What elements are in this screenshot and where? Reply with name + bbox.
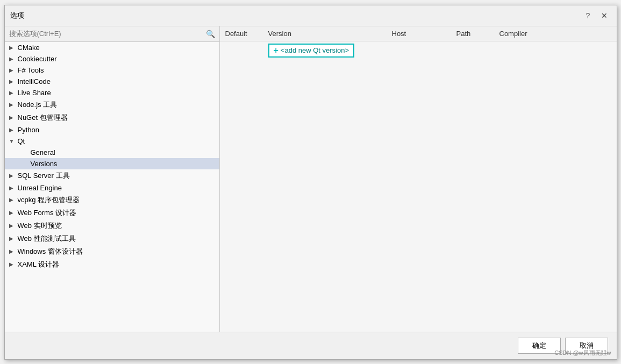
search-input[interactable] bbox=[9, 30, 206, 38]
tree-item-label: Unreal Engine bbox=[18, 184, 215, 192]
tree-item-label: Python bbox=[18, 126, 215, 134]
add-new-version-cell: + <add new Qt version> bbox=[263, 44, 387, 58]
tree-item-label: vcpkg 程序包管理器 bbox=[18, 195, 215, 205]
tree-item-label: NuGet 包管理器 bbox=[18, 113, 215, 123]
tree-item-label: Web 实时预览 bbox=[18, 221, 215, 231]
tree-item-label: IntelliCode bbox=[18, 77, 215, 85]
tree-item-nuget[interactable]: ▶NuGet 包管理器 bbox=[5, 111, 219, 124]
tree-container[interactable]: ▶CMake▶Cookiecutter▶F# Tools▶IntelliCode… bbox=[5, 42, 219, 332]
arrow-icon: ▶ bbox=[9, 173, 18, 179]
tree-item-vcpkg[interactable]: ▶vcpkg 程序包管理器 bbox=[5, 194, 219, 206]
tree-item-web-forms[interactable]: ▶Web Forms 设计器 bbox=[5, 206, 219, 219]
add-new-label: <add new Qt version> bbox=[281, 46, 349, 54]
right-panel: Default Version Host Path Compiler + <ad… bbox=[220, 26, 617, 332]
tree-item-label: Live Share bbox=[18, 89, 215, 97]
arrow-icon: ▶ bbox=[9, 45, 18, 51]
arrow-icon: ▶ bbox=[9, 90, 18, 96]
tree-item-unreal-engine[interactable]: ▶Unreal Engine bbox=[5, 182, 219, 194]
options-dialog: 选项 ? ✕ 🔍 ▶CMake▶Cookiecutter▶F# Tools▶In… bbox=[4, 5, 617, 360]
tree-item-label: Windows 窗体设计器 bbox=[18, 247, 215, 256]
dialog-title: 选项 bbox=[10, 11, 24, 20]
arrow-icon: ▶ bbox=[9, 210, 18, 216]
tree-item-cmake[interactable]: ▶CMake bbox=[5, 42, 219, 53]
tree-item-label: SQL Server 工具 bbox=[18, 171, 215, 181]
arrow-icon: ▶ bbox=[9, 102, 18, 108]
tree-item-nodejs-tools[interactable]: ▶Node.js 工具 bbox=[5, 98, 219, 111]
arrow-icon: ▶ bbox=[9, 261, 18, 267]
title-bar: 选项 ? ✕ bbox=[5, 5, 617, 26]
tree-item-label: F# Tools bbox=[18, 66, 215, 74]
col-header-version: Version bbox=[263, 30, 387, 38]
arrow-icon bbox=[22, 149, 31, 155]
tree-item-label: Node.js 工具 bbox=[18, 100, 215, 110]
tree-item-label: General bbox=[31, 148, 215, 156]
tree-item-web-testing[interactable]: ▶Web 性能测试工具 bbox=[5, 232, 219, 245]
arrow-icon: ▶ bbox=[9, 197, 18, 203]
col-header-compiler: Compiler bbox=[494, 30, 617, 38]
tree-item-sql-server[interactable]: ▶SQL Server 工具 bbox=[5, 169, 219, 182]
search-box: 🔍 bbox=[5, 26, 219, 42]
tree-item-label: Cookiecutter bbox=[18, 55, 215, 63]
help-button[interactable]: ? bbox=[581, 9, 595, 23]
arrow-icon: ▶ bbox=[9, 78, 18, 84]
tree-item-label: Web 性能测试工具 bbox=[18, 234, 215, 244]
tree-item-intellicode[interactable]: ▶IntelliCode bbox=[5, 76, 219, 87]
tree-item-label: Qt bbox=[18, 137, 215, 145]
tree-item-qt[interactable]: ▼Qt bbox=[5, 135, 219, 147]
col-header-path: Path bbox=[451, 30, 494, 38]
footer: 确定 取消 CSDN @w风雨无阻w bbox=[5, 332, 617, 359]
add-new-row: + <add new Qt version> bbox=[220, 41, 617, 60]
tree-item-label: Web Forms 设计器 bbox=[18, 208, 215, 218]
arrow-icon: ▶ bbox=[9, 67, 18, 73]
title-bar-controls: ? ✕ bbox=[581, 9, 611, 23]
tree-item-windows-designer[interactable]: ▶Windows 窗体设计器 bbox=[5, 245, 219, 258]
tree-item-label: CMake bbox=[18, 44, 215, 52]
plus-icon: + bbox=[274, 46, 279, 55]
tree-item-xaml-designer[interactable]: ▶XAML 设计器 bbox=[5, 258, 219, 271]
watermark: CSDN @w风雨无阻w bbox=[554, 349, 611, 357]
tree-item-label: Versions bbox=[31, 160, 215, 168]
tree-item-web-preview[interactable]: ▶Web 实时预览 bbox=[5, 219, 219, 232]
tree-item-label: XAML 设计器 bbox=[18, 260, 215, 269]
arrow-icon: ▶ bbox=[9, 127, 18, 133]
col-header-default: Default bbox=[220, 30, 263, 38]
arrow-icon: ▶ bbox=[9, 248, 18, 254]
dialog-body: 🔍 ▶CMake▶Cookiecutter▶F# Tools▶IntelliCo… bbox=[5, 26, 617, 332]
add-new-qt-version-button[interactable]: + <add new Qt version> bbox=[268, 44, 355, 58]
left-panel: 🔍 ▶CMake▶Cookiecutter▶F# Tools▶IntelliCo… bbox=[5, 26, 220, 332]
arrow-icon: ▶ bbox=[9, 235, 18, 241]
search-icon: 🔍 bbox=[206, 30, 215, 38]
arrow-icon: ▶ bbox=[9, 56, 18, 62]
tree-item-live-share[interactable]: ▶Live Share bbox=[5, 87, 219, 98]
tree-item-python[interactable]: ▶Python bbox=[5, 124, 219, 135]
tree-item-qt-versions[interactable]: Versions bbox=[5, 158, 219, 169]
col-header-host: Host bbox=[387, 30, 451, 38]
arrow-icon: ▼ bbox=[9, 138, 18, 144]
arrow-icon: ▶ bbox=[9, 185, 18, 191]
arrow-icon: ▶ bbox=[9, 223, 18, 229]
close-button[interactable]: ✕ bbox=[597, 9, 611, 23]
arrow-icon: ▶ bbox=[9, 115, 18, 120]
tree-item-fsharp-tools[interactable]: ▶F# Tools bbox=[5, 65, 219, 76]
arrow-icon bbox=[22, 161, 31, 167]
table-body: + <add new Qt version> bbox=[220, 41, 617, 332]
tree-item-qt-general[interactable]: General bbox=[5, 147, 219, 158]
table-header: Default Version Host Path Compiler bbox=[220, 26, 617, 41]
tree-item-cookiecutter[interactable]: ▶Cookiecutter bbox=[5, 53, 219, 65]
